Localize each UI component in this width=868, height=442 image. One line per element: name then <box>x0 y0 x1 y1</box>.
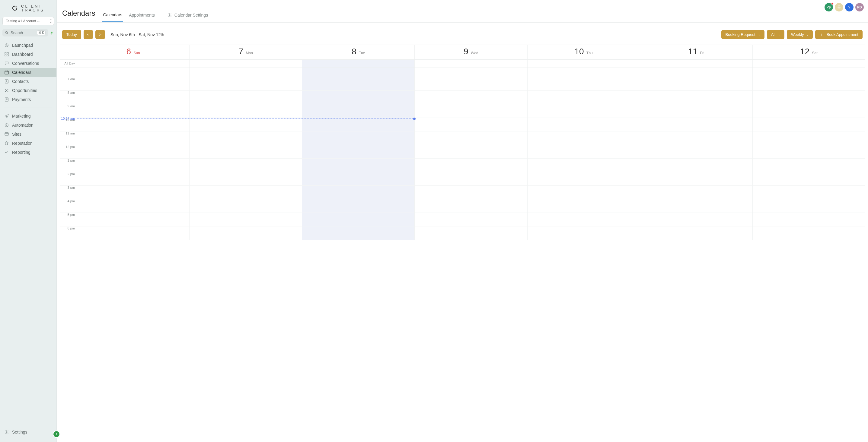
time-slot[interactable] <box>302 199 414 212</box>
time-slot[interactable] <box>414 145 527 158</box>
booking-request-dropdown[interactable]: Booking Request ⌄ <box>721 30 765 39</box>
day-header-mon[interactable]: 7 Mon <box>189 45 302 59</box>
time-slot[interactable] <box>527 104 640 117</box>
time-slot[interactable] <box>189 199 302 212</box>
time-slot[interactable] <box>752 172 865 185</box>
time-slot[interactable] <box>77 158 189 172</box>
time-slot[interactable] <box>640 212 752 226</box>
filter-all-dropdown[interactable]: All ⌄ <box>767 30 784 39</box>
time-slot[interactable] <box>302 212 414 226</box>
time-slot[interactable] <box>527 158 640 172</box>
time-slot[interactable] <box>527 145 640 158</box>
allday-cell[interactable] <box>752 60 865 68</box>
time-slot[interactable] <box>77 185 189 199</box>
time-slot[interactable] <box>302 68 414 77</box>
time-slot[interactable] <box>752 158 865 172</box>
time-slot[interactable] <box>77 131 189 145</box>
time-slot[interactable] <box>302 185 414 199</box>
time-slot[interactable] <box>752 226 865 240</box>
time-slot[interactable] <box>414 185 527 199</box>
time-slot[interactable] <box>752 77 865 91</box>
time-slot[interactable] <box>189 145 302 158</box>
time-slot[interactable] <box>189 117 302 131</box>
time-slot[interactable] <box>752 131 865 145</box>
time-slot[interactable] <box>640 104 752 117</box>
sidebar-item-launchpad[interactable]: Launchpad <box>0 41 56 50</box>
time-slot[interactable] <box>414 212 527 226</box>
time-slot[interactable] <box>640 158 752 172</box>
day-header-wed[interactable]: 9 Wed <box>414 45 527 59</box>
time-slot[interactable] <box>640 145 752 158</box>
time-slot[interactable] <box>77 68 189 77</box>
sidebar-item-automation[interactable]: Automation <box>0 121 56 130</box>
time-slot[interactable] <box>752 91 865 104</box>
time-slot[interactable] <box>752 212 865 226</box>
time-slot[interactable] <box>414 91 527 104</box>
time-slot[interactable] <box>414 226 527 240</box>
sidebar-item-reputation[interactable]: Reputation <box>0 139 56 148</box>
time-slot[interactable] <box>640 131 752 145</box>
allday-cell[interactable] <box>77 60 189 68</box>
help-button[interactable]: ? <box>845 3 854 11</box>
time-slot[interactable] <box>77 212 189 226</box>
book-appointment-button[interactable]: ＋ Book Appointment <box>815 30 863 39</box>
time-slot[interactable] <box>527 226 640 240</box>
time-slot[interactable] <box>77 199 189 212</box>
time-slot[interactable] <box>640 226 752 240</box>
time-slot[interactable] <box>640 185 752 199</box>
sidebar-item-contacts[interactable]: Contacts <box>0 77 56 86</box>
time-slot[interactable] <box>77 104 189 117</box>
time-slot[interactable] <box>302 104 414 117</box>
tab-calendars[interactable]: Calendars <box>102 12 123 22</box>
time-slot[interactable] <box>77 172 189 185</box>
time-slot[interactable] <box>752 145 865 158</box>
time-slot[interactable] <box>189 68 302 77</box>
day-header-tue[interactable]: 8 Tue <box>302 45 414 59</box>
time-slot[interactable] <box>752 185 865 199</box>
bolt-icon[interactable] <box>50 31 54 35</box>
tab-appointments[interactable]: Appointments <box>128 13 155 22</box>
time-slot[interactable] <box>189 226 302 240</box>
time-slot[interactable] <box>302 77 414 91</box>
search-input[interactable]: Search ⌘ K <box>2 29 48 36</box>
sidebar-item-opportunities[interactable]: Opportunities <box>0 86 56 95</box>
time-slot[interactable] <box>189 212 302 226</box>
time-slot[interactable] <box>752 68 865 77</box>
time-slot[interactable] <box>189 131 302 145</box>
time-slot[interactable] <box>527 199 640 212</box>
allday-cell[interactable] <box>302 60 414 68</box>
tab-calendar-settings[interactable]: Calendar Settings <box>166 13 209 22</box>
time-grid[interactable]: 7 am8 am9 am10 am11 am12 pm1 pm2 pm3 pm4… <box>60 68 865 240</box>
time-slot[interactable] <box>752 199 865 212</box>
day-header-fri[interactable]: 11 Fri <box>640 45 752 59</box>
time-slot[interactable] <box>527 68 640 77</box>
time-slot[interactable] <box>189 172 302 185</box>
time-slot[interactable] <box>189 91 302 104</box>
time-slot[interactable] <box>77 117 189 131</box>
time-slot[interactable] <box>189 158 302 172</box>
time-slot[interactable] <box>302 172 414 185</box>
time-slot[interactable] <box>640 68 752 77</box>
notifications-button[interactable] <box>835 3 843 11</box>
time-slot[interactable] <box>640 77 752 91</box>
time-slot[interactable] <box>414 77 527 91</box>
announcements-button[interactable] <box>825 3 833 11</box>
time-slot[interactable] <box>640 199 752 212</box>
time-slot[interactable] <box>527 117 640 131</box>
time-slot[interactable] <box>414 104 527 117</box>
account-switcher[interactable]: Testing #1 Account -- … ⌃⌄ <box>2 17 54 25</box>
time-slot[interactable] <box>527 185 640 199</box>
sidebar-item-calendars[interactable]: Calendars <box>0 68 56 77</box>
time-slot[interactable] <box>527 131 640 145</box>
view-weekly-dropdown[interactable]: Weekly ⌄ <box>787 30 813 39</box>
time-slot[interactable] <box>527 212 640 226</box>
day-header-thu[interactable]: 10 Thu <box>527 45 640 59</box>
prev-button[interactable]: < <box>84 30 93 39</box>
time-slot[interactable] <box>189 77 302 91</box>
sidebar-item-settings[interactable]: Settings <box>0 428 56 437</box>
time-slot[interactable] <box>752 117 865 131</box>
time-slot[interactable] <box>640 117 752 131</box>
sidebar-item-sites[interactable]: Sites <box>0 130 56 139</box>
time-slot[interactable] <box>189 104 302 117</box>
time-slot[interactable] <box>77 145 189 158</box>
